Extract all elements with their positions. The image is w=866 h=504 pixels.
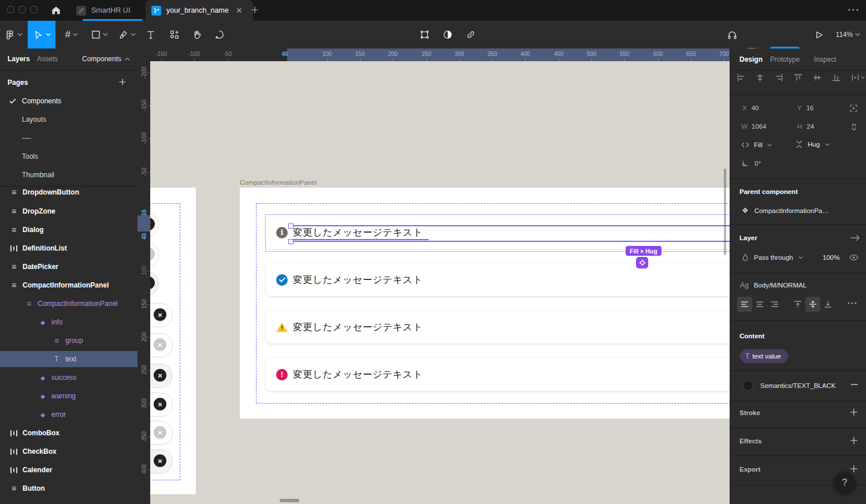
vertical-scrollbar[interactable] <box>724 169 726 255</box>
align-h-center-icon[interactable] <box>756 74 764 81</box>
layer-row-datepicker[interactable]: ≡ DatePicker <box>0 259 147 275</box>
opacity-value[interactable]: 100% <box>823 254 839 261</box>
window-minimize-button[interactable] <box>18 6 26 13</box>
align-left-icon[interactable] <box>737 74 745 81</box>
help-button[interactable]: ? <box>834 472 856 494</box>
window-zoom-button[interactable] <box>30 6 38 13</box>
pen-tool[interactable] <box>113 21 140 48</box>
horizontal-scrollbar[interactable] <box>280 499 299 502</box>
add-stroke-button[interactable] <box>850 408 858 416</box>
horizontal-resizing-control[interactable]: Fill <box>741 141 772 148</box>
distribute-menu[interactable] <box>852 74 865 81</box>
parent-component-row[interactable]: ❖ CompactInformationPa… <box>742 207 829 214</box>
layer-row-calender[interactable]: Calender <box>0 462 147 478</box>
present-button[interactable] <box>808 21 830 48</box>
vertical-align-bottom-button[interactable] <box>820 297 835 312</box>
move-tool[interactable] <box>28 21 55 48</box>
constrain-proportions-button[interactable] <box>850 122 858 132</box>
layer-label: CompactInformationPanel <box>23 281 109 289</box>
tab-design[interactable]: Design <box>739 55 763 64</box>
height-field[interactable]: H 24 <box>797 123 814 130</box>
text-tool[interactable] <box>140 21 162 48</box>
fill-style-row[interactable]: Semantics/TEXT_BLACK <box>743 380 835 391</box>
hand-tool[interactable] <box>186 21 208 48</box>
page-item-separator[interactable]: ---- <box>0 130 159 146</box>
message-text[interactable]: 変更したメッセージテキスト <box>293 368 423 381</box>
selection-handle[interactable] <box>288 239 293 244</box>
frame-label[interactable]: CompactInformationPanel <box>240 179 317 186</box>
vertical-align-middle-button[interactable] <box>805 297 820 312</box>
page-switcher-label: Components <box>82 55 121 63</box>
mask-button[interactable] <box>436 21 459 48</box>
success-panel-card[interactable]: 変更したメッセージテキスト <box>266 263 730 296</box>
layer-row-dropdownbutton[interactable]: ≡ DropdownButton <box>0 184 147 200</box>
page-item-tools[interactable]: Tools <box>0 148 159 165</box>
tab-smarthr-ui[interactable]: SmartHR UI <box>72 0 153 21</box>
audio-button[interactable] <box>721 21 743 48</box>
layer-row-dropzone[interactable]: ≡ DropZone <box>0 203 147 219</box>
vertical-resizing-control[interactable]: Hug <box>796 140 830 148</box>
message-text[interactable]: 変更したメッセージテキスト <box>293 321 423 334</box>
content-value-chip[interactable]: T text value <box>740 349 788 363</box>
window-overflow-menu[interactable] <box>847 8 860 12</box>
rotation-field[interactable]: 0° <box>742 160 761 167</box>
color-swatch[interactable] <box>743 380 753 391</box>
x-field[interactable]: X 40 <box>742 104 759 111</box>
zoom-menu[interactable]: 114% <box>832 21 864 48</box>
shape-tool[interactable] <box>86 21 113 48</box>
vertical-align-top-button[interactable] <box>790 297 805 312</box>
warning-panel-card[interactable]: ! 変更したメッセージテキスト <box>266 311 730 344</box>
text-align-left-button[interactable] <box>737 297 752 312</box>
window-close-button[interactable] <box>7 6 14 13</box>
comment-tool[interactable] <box>208 21 231 48</box>
canvas[interactable]: × × × × × × × × × CompactInformationPane… <box>137 48 730 504</box>
blend-mode-control[interactable]: Pass through <box>742 253 803 262</box>
info-panel-card[interactable]: i 変更したメッセージテキスト <box>266 216 730 249</box>
frame-align-button[interactable] <box>849 104 858 113</box>
align-v-center-icon[interactable] <box>813 74 821 81</box>
main-menu-button[interactable] <box>0 21 27 48</box>
y-field[interactable]: Y 16 <box>797 104 813 111</box>
layer-row-definitionlist[interactable]: DefinitionList <box>0 240 147 256</box>
visibility-toggle[interactable] <box>849 254 858 261</box>
new-tab-button[interactable] <box>250 5 260 15</box>
message-text[interactable]: 変更したメッセージテキスト <box>293 274 423 286</box>
layer-goto-button[interactable] <box>850 234 860 242</box>
home-tab[interactable] <box>50 4 62 17</box>
page-item-layouts[interactable]: Layouts <box>0 111 159 128</box>
page-item-components[interactable]: Components <box>0 93 137 109</box>
tab-assets[interactable]: Assets <box>37 55 58 63</box>
link-button[interactable] <box>459 21 482 48</box>
edit-object-button[interactable] <box>413 21 436 48</box>
page-switcher[interactable]: Components <box>82 55 130 63</box>
width-field[interactable]: W 1064 <box>741 123 766 130</box>
add-page-button[interactable] <box>118 77 127 87</box>
frame-tool[interactable]: # <box>58 21 86 48</box>
align-right-icon[interactable] <box>775 74 783 81</box>
layer-row-checkbox[interactable]: CheckBox <box>0 443 147 460</box>
add-export-button[interactable] <box>850 465 858 473</box>
tab-prototype[interactable]: Prototype <box>770 55 800 64</box>
resources-tool[interactable] <box>163 21 186 48</box>
align-bottom-icon[interactable] <box>832 74 840 81</box>
text-style-row[interactable]: Ag Body/M/NORMAL <box>740 281 806 289</box>
close-tab-icon[interactable] <box>236 8 242 13</box>
selection-handle[interactable] <box>288 223 293 229</box>
layer-row-dialog[interactable]: ≡ Dialog <box>0 222 147 238</box>
tab-your-branch-name[interactable]: your_branch_name <box>146 0 253 21</box>
message-text[interactable]: 変更したメッセージテキスト <box>293 226 423 239</box>
align-top-icon[interactable] <box>794 74 802 81</box>
text-align-center-button[interactable] <box>752 297 767 312</box>
auto-layout-handle[interactable] <box>636 257 648 268</box>
page-item-thumbnail[interactable]: Thumbnail <box>0 167 159 183</box>
remove-fill-button[interactable] <box>851 384 858 385</box>
error-panel-card[interactable]: ! 変更したメッセージテキスト <box>266 358 730 391</box>
add-effect-button[interactable] <box>850 436 858 445</box>
layer-row-compactinformationpanel[interactable]: ≡ CompactInformationPanel <box>0 277 147 293</box>
type-settings-button[interactable] <box>847 301 857 305</box>
tab-inspect[interactable]: Inspect <box>814 55 837 64</box>
text-align-right-button[interactable] <box>767 297 782 312</box>
layer-row-button[interactable]: ≡ Button <box>0 480 147 496</box>
layer-row-combobox[interactable]: ComboBox <box>0 425 147 441</box>
tab-layers[interactable]: Layers <box>8 55 30 63</box>
